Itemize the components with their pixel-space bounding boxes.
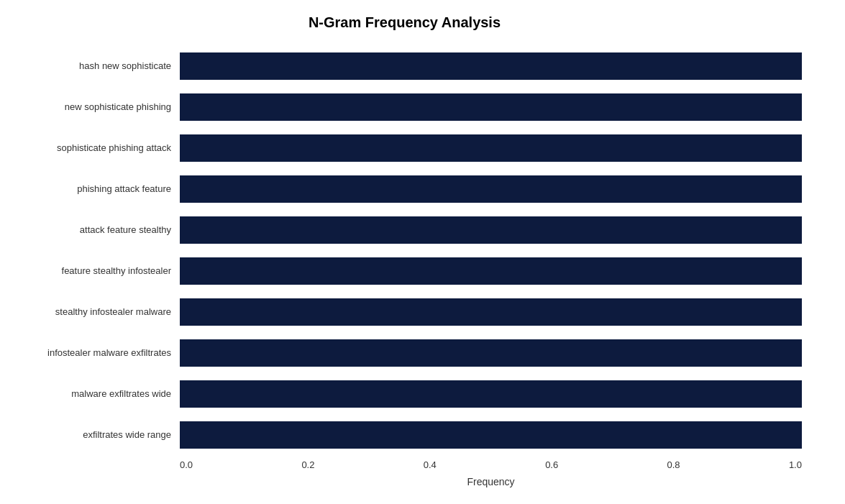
bar-row: new sophisticate phishing (14, 86, 802, 127)
bar-label: malware exfiltrates wide (14, 388, 180, 399)
x-axis-title: Frequency (180, 476, 802, 487)
bar-fill (180, 52, 802, 80)
x-axis-tick: 1.0 (789, 459, 802, 470)
bar-label: exfiltrates wide range (14, 429, 180, 440)
bar-row: exfiltrates wide range (14, 414, 802, 455)
x-axis-tick: 0.6 (545, 459, 558, 470)
bar-row: hash new sophisticate (14, 45, 802, 86)
chart-container: N-Gram Frequency Analysis hash new sophi… (0, 0, 845, 504)
bar-fill (180, 93, 802, 121)
bar-track (180, 298, 802, 326)
bar-row: feature stealthy infostealer (14, 250, 802, 291)
bar-fill (180, 175, 802, 203)
bar-label: phishing attack feature (14, 183, 180, 194)
bar-label: infostealer malware exfiltrates (14, 347, 180, 358)
bar-row: phishing attack feature (14, 168, 802, 209)
bar-row: sophisticate phishing attack (14, 127, 802, 168)
bar-fill (180, 298, 802, 326)
bar-track (180, 257, 802, 285)
bar-track (180, 93, 802, 121)
bar-label: stealthy infostealer malware (14, 306, 180, 317)
x-axis-tick: 0.4 (424, 459, 437, 470)
bar-track (180, 339, 802, 367)
bar-track (180, 134, 802, 162)
bar-row: stealthy infostealer malware (14, 291, 802, 332)
bar-track (180, 380, 802, 408)
bar-track (180, 216, 802, 244)
bar-label: new sophisticate phishing (14, 101, 180, 112)
bar-track (180, 421, 802, 449)
bar-track (180, 175, 802, 203)
bar-row: attack feature stealthy (14, 209, 802, 250)
x-axis: 0.00.20.40.60.81.0 Frequency (180, 459, 802, 487)
bar-fill (180, 216, 802, 244)
x-axis-tick: 0.0 (180, 459, 193, 470)
bar-label: attack feature stealthy (14, 224, 180, 235)
bar-fill (180, 421, 802, 449)
x-axis-labels: 0.00.20.40.60.81.0 (180, 459, 802, 470)
bar-label: hash new sophisticate (14, 60, 180, 71)
bar-track (180, 52, 802, 80)
bar-fill (180, 134, 802, 162)
x-axis-tick: 0.2 (301, 459, 314, 470)
chart-title: N-Gram Frequency Analysis (7, 14, 802, 31)
bar-fill (180, 257, 802, 285)
x-axis-tick: 0.8 (667, 459, 680, 470)
bar-row: malware exfiltrates wide (14, 373, 802, 414)
chart-area: hash new sophisticatenew sophisticate ph… (14, 45, 802, 455)
bar-label: feature stealthy infostealer (14, 265, 180, 276)
bar-label: sophisticate phishing attack (14, 142, 180, 153)
bar-row: infostealer malware exfiltrates (14, 332, 802, 373)
bar-fill (180, 380, 802, 408)
bar-fill (180, 339, 802, 367)
